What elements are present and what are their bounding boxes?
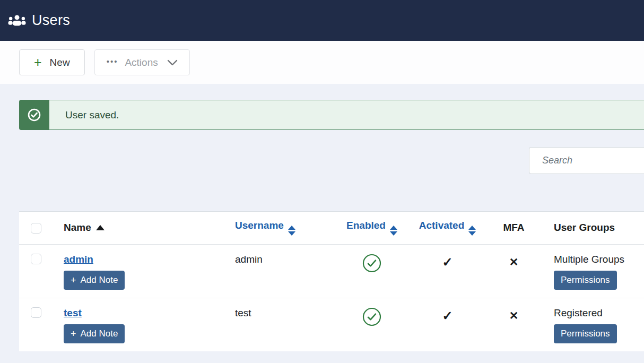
actions-dropdown-button[interactable]: ••• Actions (94, 49, 190, 75)
column-header-enabled-label: Enabled (346, 220, 386, 231)
column-header-username-label: Username (235, 220, 284, 231)
sort-icon (468, 226, 476, 236)
search-input[interactable] (529, 147, 644, 174)
column-header-mfa: MFA (478, 212, 550, 244)
users-table: Name Username Enabled Activated MFA User… (19, 212, 644, 351)
permissions-button[interactable]: Permissions (554, 324, 617, 343)
sort-icon (288, 226, 295, 236)
toolbar: + New ••• Actions (0, 41, 644, 84)
users-manager-page: Users + New ••• Actions User saved. (0, 0, 644, 363)
alert-message: User saved. (49, 100, 644, 130)
user-group-label: Registered (554, 307, 603, 318)
column-header-user-groups: User Groups (550, 212, 644, 244)
table-row: admin + Add Note admin (19, 244, 644, 298)
page-title: Users (32, 12, 70, 29)
enabled-circle-check-icon[interactable] (362, 264, 381, 275)
table-header-row: Name Username Enabled Activated MFA User… (19, 212, 644, 244)
permissions-button[interactable]: Permissions (554, 271, 617, 290)
user-name-link[interactable]: admin (64, 254, 93, 265)
permissions-label: Permissions (561, 329, 610, 339)
add-note-label: Add Note (81, 275, 118, 286)
mfa-cross-icon: ✕ (509, 254, 519, 268)
new-button-label: New (50, 57, 70, 68)
username-cell: admin (226, 244, 327, 298)
users-table-card: Name Username Enabled Activated MFA User… (19, 211, 644, 351)
chevron-down-icon (167, 59, 178, 66)
user-group-label: Multiple Groups (554, 254, 624, 265)
column-header-activated-label: Activated (419, 220, 465, 231)
activated-check-icon: ✓ (442, 307, 452, 323)
user-name-link[interactable]: test (64, 307, 82, 318)
add-note-button[interactable]: + Add Note (64, 271, 125, 290)
username-cell: test (226, 298, 327, 351)
sort-icon (390, 226, 397, 236)
permissions-label: Permissions (561, 275, 610, 286)
success-alert: User saved. (19, 100, 644, 130)
plus-icon: + (71, 329, 76, 339)
add-note-label: Add Note (81, 329, 118, 339)
add-note-button[interactable]: + Add Note (64, 324, 125, 343)
column-header-name[interactable]: Name (53, 212, 226, 244)
alert-check-circle-icon (19, 100, 49, 130)
ellipsis-icon: ••• (107, 57, 118, 65)
select-all-checkbox[interactable] (31, 223, 41, 234)
activated-check-icon: ✓ (442, 254, 452, 269)
plus-icon: + (71, 275, 76, 285)
column-header-enabled[interactable]: Enabled (327, 212, 417, 244)
column-header-username[interactable]: Username (226, 212, 327, 244)
enabled-circle-check-icon[interactable] (362, 317, 381, 329)
app-header: Users (0, 0, 644, 41)
mfa-cross-icon: ✕ (509, 307, 519, 322)
row-checkbox[interactable] (31, 254, 41, 264)
row-checkbox[interactable] (31, 307, 41, 318)
table-row: test + Add Note test (19, 298, 644, 351)
new-button[interactable]: + New (19, 49, 85, 75)
sort-ascending-icon (96, 225, 105, 230)
column-header-activated[interactable]: Activated (417, 212, 478, 244)
actions-button-label: Actions (125, 57, 158, 68)
column-header-name-label: Name (64, 222, 91, 233)
plus-icon: + (34, 56, 42, 69)
users-icon (7, 13, 27, 28)
